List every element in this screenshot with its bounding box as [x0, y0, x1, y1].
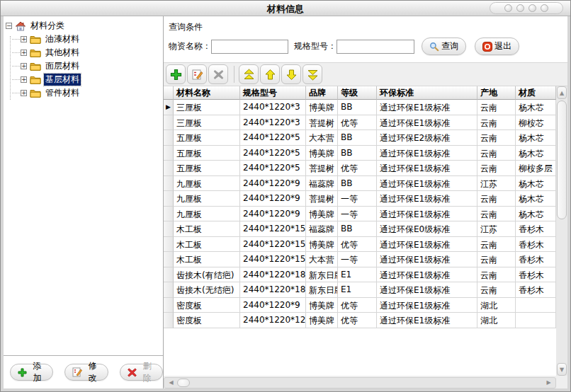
scroll-right-icon[interactable]: ▶ [543, 379, 554, 387]
table-cell[interactable]: 通过环保E1级标准 [377, 115, 477, 131]
table-cell[interactable]: 通过环保E1级标准 [377, 161, 477, 176]
window-button-1[interactable] [504, 4, 512, 12]
expand-icon[interactable]: + [21, 63, 27, 69]
row-indicator[interactable] [164, 267, 174, 283]
table-cell[interactable]: 云南 [477, 146, 516, 161]
scroll-down-icon[interactable]: ▼ [557, 363, 567, 376]
table-cell[interactable]: 齿接木(无结疤) [174, 282, 240, 298]
table-cell[interactable]: 通过环保E2级标准 [377, 130, 477, 146]
tree-item-4[interactable]: +基层材料 [6, 73, 163, 86]
table-cell[interactable]: 三厘板 [174, 115, 240, 131]
table-cell[interactable]: 通过环保E1级标准 [377, 267, 477, 283]
table-cell[interactable]: 云南 [477, 191, 516, 207]
table-cell[interactable]: 木工板 [174, 237, 240, 253]
tree-item-label[interactable]: 其他材料 [44, 47, 81, 59]
row-indicator[interactable] [164, 282, 174, 298]
table-cell[interactable]: 湖北 [477, 298, 516, 313]
table-cell[interactable]: 密度板 [174, 313, 240, 328]
table-cell[interactable]: 五厘板 [174, 130, 240, 146]
tree-item-label[interactable]: 基层材料 [44, 74, 81, 86]
table-cell[interactable]: 湖北 [477, 313, 516, 328]
table-row[interactable]: 齿接木(无结疤)2440*1220*18新东日牌E1通过环保E1级标准云南香杉木 [164, 282, 556, 298]
table-cell[interactable]: 杨木芯 [516, 176, 556, 192]
table-cell[interactable]: 杨木芯 [516, 191, 556, 207]
table-cell[interactable]: 云南 [477, 237, 516, 253]
table-cell[interactable]: 通过环保E1级标准 [377, 282, 477, 298]
table-cell[interactable]: BB [338, 146, 377, 161]
table-cell[interactable]: E1 [338, 267, 377, 283]
row-indicator[interactable] [164, 252, 174, 267]
table-cell[interactable]: 五厘板 [174, 146, 240, 161]
table-cell[interactable]: 一等 [338, 191, 377, 207]
column-header-6[interactable]: 产地 [477, 86, 516, 100]
window-button-3[interactable] [528, 4, 536, 12]
row-indicator[interactable] [164, 161, 174, 176]
table-cell[interactable]: 云南 [477, 100, 516, 115]
table-cell[interactable]: 博美牌 [306, 298, 338, 313]
table-cell[interactable]: 菩提树 [306, 191, 338, 207]
table-cell[interactable]: 2440*1220*15 [240, 252, 306, 267]
vertical-scrollbar[interactable]: ▲ ▼ [556, 86, 567, 376]
table-cell[interactable]: 博美牌 [306, 237, 338, 253]
column-header-3[interactable]: 品牌 [306, 86, 338, 100]
tree-item-label[interactable]: 油漆材料 [44, 33, 81, 45]
titlebar[interactable]: 材料信息 [1, 1, 570, 16]
table-cell[interactable]: 通过环保E1级标准 [377, 298, 477, 313]
table-cell[interactable]: 九厘板 [174, 191, 240, 207]
column-header-4[interactable]: 等级 [338, 86, 377, 100]
table-row[interactable]: 九厘板2440*1220*9福蕊牌BB通过环保E1级标准江苏杨木芯 [164, 176, 556, 192]
table-row[interactable]: 五厘板2440*1220*5大本营BB通过环保E2级标准云南杨木芯 [164, 130, 556, 146]
table-cell[interactable]: 通过环保E1级标准 [377, 237, 477, 253]
table-cell[interactable]: 2440*1220*9 [240, 207, 306, 222]
table-cell[interactable]: 一等 [338, 252, 377, 267]
table-cell[interactable]: 杨木芯 [516, 100, 556, 115]
table-row[interactable]: 五厘板2440*1220*5菩提树优等通过环保E1级标准云南柳桉多层 [164, 161, 556, 176]
row-indicator[interactable] [164, 221, 174, 237]
table-cell[interactable]: 通过环保E1级标准 [377, 146, 477, 161]
expand-icon[interactable]: + [21, 90, 27, 96]
table-cell[interactable]: 2440*1220*15 [240, 221, 306, 237]
horizontal-scroll-thumb[interactable] [177, 379, 190, 387]
table-row[interactable]: 三厘板2440*1220*3菩提树优等通过环保E1级标准云南柳桉芯 [164, 115, 556, 131]
exit-button[interactable]: 退出 [475, 38, 519, 55]
tree-root-material-category[interactable]: − 材料分类 [6, 19, 163, 33]
toolbar-delete-button[interactable] [208, 64, 228, 84]
expand-icon[interactable]: + [21, 76, 27, 83]
tree-item-5[interactable]: +管件材料 [6, 86, 163, 100]
table-cell[interactable]: 菩提树 [306, 115, 338, 131]
table-cell[interactable]: 2440*1220*3 [240, 115, 306, 131]
table-cell[interactable]: 通过环保E0级标准 [377, 221, 477, 237]
table-cell[interactable]: 五厘板 [174, 161, 240, 176]
table-cell[interactable]: BB [338, 130, 377, 146]
table-cell[interactable]: 齿接木(有结疤) [174, 267, 240, 283]
table-row[interactable]: 木工板2440*1220*15福蕊牌BB通过环保E0级标准江苏香杉木 [164, 221, 556, 237]
table-cell[interactable]: 木工板 [174, 252, 240, 267]
table-cell[interactable]: 博美牌 [306, 313, 338, 328]
table-cell[interactable]: 2440*1220*9 [240, 298, 306, 313]
toolbar-add-button[interactable] [166, 64, 186, 84]
table-cell[interactable]: 云南 [477, 161, 516, 176]
table-cell[interactable]: 杨木芯 [516, 207, 556, 222]
table-cell[interactable]: 2440*1220*18 [240, 267, 306, 283]
table-cell[interactable]: 2440*1220*12 [240, 313, 306, 328]
table-cell[interactable]: 江苏 [477, 221, 516, 237]
table-row[interactable]: 木工板2440*1220*15大本营一等通过环保E1级标准云南香杉木 [164, 252, 556, 267]
table-cell[interactable]: 香杉木 [516, 237, 556, 253]
column-header-7[interactable]: 材质 [516, 86, 556, 100]
expand-icon[interactable]: + [21, 50, 27, 56]
column-header-2[interactable]: 规格型号 [240, 86, 306, 100]
tree-item-2[interactable]: +其他材料 [6, 46, 163, 59]
table-cell[interactable]: 通过环保E1级标准 [377, 176, 477, 192]
table-cell[interactable]: 大本营 [306, 130, 338, 146]
table-cell[interactable]: 新东日牌 [306, 267, 338, 283]
table-cell[interactable]: BB [338, 100, 377, 115]
table-cell[interactable]: 三厘板 [174, 100, 240, 115]
table-cell[interactable]: 新东日牌 [306, 282, 338, 298]
table-cell[interactable]: 通过环保E1级标准 [377, 252, 477, 267]
table-cell[interactable]: 菩提树 [306, 161, 338, 176]
row-indicator[interactable] [164, 130, 174, 146]
add-record-button[interactable]: 添加 [10, 364, 53, 381]
table-cell[interactable]: 大本营 [306, 252, 338, 267]
table-cell[interactable] [516, 313, 556, 328]
row-indicator[interactable] [164, 115, 174, 131]
